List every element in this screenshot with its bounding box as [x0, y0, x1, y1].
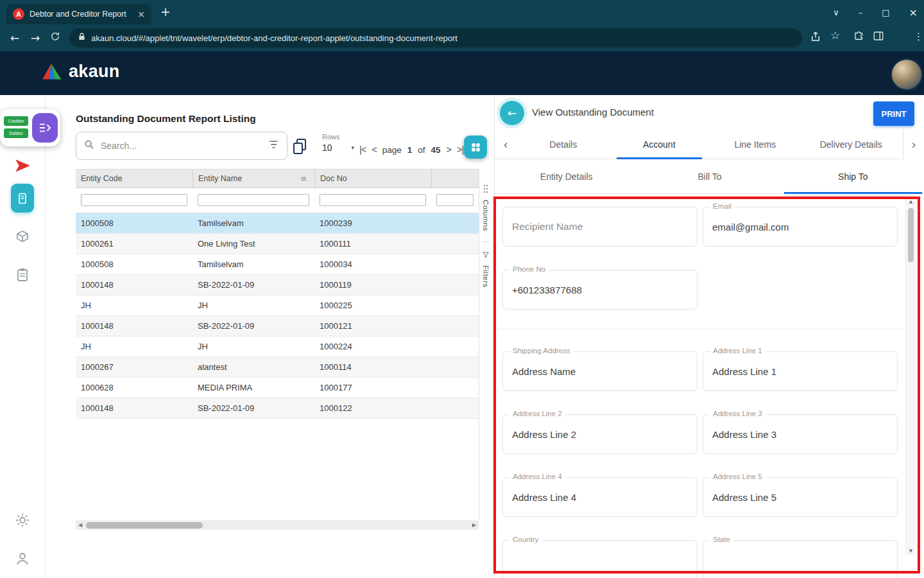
- table-row[interactable]: 1000148SB-2022-01-091000122: [76, 398, 479, 419]
- shipping-address-field[interactable]: Shipping Address Address Name: [502, 351, 697, 391]
- address-line-2-field[interactable]: Address Line 2 Address Line 2: [502, 414, 697, 454]
- print-button[interactable]: PRINT: [873, 101, 914, 126]
- applet-switcher-widget[interactable]: Creditor Debtor: [0, 109, 60, 146]
- side-panel-icon[interactable]: [873, 30, 884, 44]
- state-field[interactable]: State: [703, 540, 898, 578]
- creditor-mini-card[interactable]: Creditor: [4, 116, 28, 126]
- column-menu-icon[interactable]: ≡: [300, 174, 307, 183]
- email-field[interactable]: Email email@gmail.com: [703, 207, 898, 247]
- column-header-entity-code[interactable]: Entity Code: [76, 170, 193, 188]
- column-header-entity-name[interactable]: Entity Name ≡: [193, 170, 314, 188]
- window-maximize-button[interactable]: □: [882, 8, 889, 17]
- table-row[interactable]: 1000267alantest1000114: [76, 357, 479, 378]
- url-bar[interactable]: akaun.cloud/#/applet/tnt/wavelet/erp/deb…: [69, 28, 802, 48]
- reload-icon[interactable]: [50, 31, 60, 45]
- vertical-scrollbar[interactable]: ▲ ▼: [905, 198, 916, 555]
- tab-search-chevron-icon[interactable]: ∨: [833, 8, 839, 17]
- address-line-4-label: Address Line 4: [509, 473, 565, 480]
- table-row[interactable]: 1000628MEDIA PRIMA1000177: [76, 378, 479, 398]
- window-minimize-button[interactable]: –: [859, 8, 863, 17]
- column-header-extra[interactable]: [431, 170, 479, 188]
- entity-code-filter-input[interactable]: [81, 194, 187, 206]
- scroll-down-icon[interactable]: ▼: [906, 548, 916, 554]
- window-close-button[interactable]: ×: [909, 6, 918, 19]
- table-row[interactable]: 1000508Tamilselvam1000034: [76, 254, 479, 275]
- scroll-right-icon[interactable]: ▶: [472, 522, 476, 528]
- grid-view-button[interactable]: [464, 136, 487, 159]
- table-row[interactable]: 1000148SB-2022-01-091000121: [76, 316, 479, 337]
- back-icon[interactable]: ←: [10, 31, 19, 44]
- form-section-divider: [497, 329, 903, 329]
- address-line-5-field[interactable]: Address Line 5 Address Line 5: [703, 477, 898, 517]
- table-filter-row: [76, 188, 479, 213]
- recipient-name-placeholder: Recipient Name: [512, 221, 583, 232]
- tab-line-items[interactable]: Line Items: [707, 130, 803, 159]
- scroll-up-icon[interactable]: ▲: [906, 199, 916, 204]
- address-line-1-field[interactable]: Address Line 1 Address Line 1: [703, 351, 898, 391]
- subtab-ship-to[interactable]: Ship To: [782, 159, 924, 193]
- table-row[interactable]: 1000148SB-2022-01-091000119: [76, 275, 479, 295]
- sidebar-item-send[interactable]: [0, 157, 45, 174]
- tab-account[interactable]: Account: [612, 130, 708, 159]
- detail-panel: ← View Outstanding Document PRINT ‹ Deta…: [494, 95, 924, 578]
- country-field[interactable]: Country: [502, 540, 697, 578]
- subtab-entity-details[interactable]: Entity Details: [495, 159, 638, 193]
- column-header-doc-no[interactable]: Doc No: [314, 170, 431, 188]
- rows-per-page-select[interactable]: 10 ▾: [322, 143, 354, 153]
- table-row[interactable]: 1000261One Living Test1000111: [76, 234, 479, 254]
- table-cell: 1000148: [76, 321, 193, 331]
- funnel-icon[interactable]: [482, 250, 490, 261]
- sidebar-item-orders[interactable]: [0, 267, 45, 283]
- recipient-name-field[interactable]: Recipient Name: [502, 207, 697, 247]
- duplicate-pages-icon[interactable]: [292, 138, 307, 157]
- tab-details[interactable]: Details: [515, 130, 612, 159]
- table-row[interactable]: JHJH1000225: [76, 295, 479, 316]
- debtor-mini-card[interactable]: Debtor: [4, 128, 28, 138]
- side-tab-filters[interactable]: Filters: [482, 265, 490, 288]
- browser-menu-kebab-icon[interactable]: ⋮: [914, 31, 923, 42]
- address-line-4-field[interactable]: Address Line 4 Address Line 4: [502, 477, 697, 517]
- shipping-address-value: Address Name: [512, 366, 576, 377]
- email-label: Email: [710, 202, 735, 210]
- phone-field[interactable]: Phone No +601233877688: [502, 270, 697, 310]
- scroll-left-icon[interactable]: ◀: [78, 522, 82, 528]
- extra-filter-input[interactable]: [436, 194, 474, 206]
- sidebar-item-dispatch[interactable]: [0, 229, 45, 244]
- sidebar-item-documents-active[interactable]: [11, 184, 34, 213]
- search-input[interactable]: [99, 140, 263, 152]
- horizontal-scroll-thumb[interactable]: [86, 522, 203, 529]
- grip-dots-icon[interactable]: [483, 184, 488, 196]
- bookmark-star-icon[interactable]: ☆: [830, 29, 840, 42]
- first-page-button[interactable]: |<: [359, 144, 366, 155]
- user-avatar[interactable]: [891, 58, 923, 91]
- sidebar-settings[interactable]: [0, 512, 45, 528]
- doc-no-filter-input[interactable]: [320, 194, 426, 206]
- tab-close-icon[interactable]: ×: [137, 9, 145, 19]
- tabs-scroll-right-icon[interactable]: ›: [903, 130, 924, 159]
- back-button[interactable]: ←: [500, 101, 524, 125]
- table-cell: 1000224: [314, 342, 431, 351]
- sidebar-profile[interactable]: [0, 551, 45, 566]
- table-cell: SB-2022-01-09: [193, 280, 314, 290]
- address-line-3-field[interactable]: Address Line 3 Address Line 3: [703, 414, 898, 454]
- drawer-toggle-button[interactable]: [32, 113, 58, 143]
- horizontal-scrollbar[interactable]: ◀ ▶: [76, 520, 479, 530]
- browser-tab[interactable]: A Debtor and Creditor Report ×: [6, 4, 151, 24]
- new-tab-button[interactable]: +: [160, 4, 171, 19]
- address-line-2-value: Address Line 2: [512, 429, 576, 440]
- vertical-scroll-thumb[interactable]: [908, 208, 914, 262]
- side-tab-columns[interactable]: Columns: [482, 200, 490, 231]
- entity-name-filter-input[interactable]: [198, 194, 309, 206]
- last-page-button[interactable]: >|: [457, 144, 463, 155]
- tab-delivery-details[interactable]: Delivery Details: [803, 130, 900, 159]
- forward-icon[interactable]: →: [31, 31, 40, 44]
- akaun-logo[interactable]: akaun: [41, 61, 120, 82]
- subtab-bill-to[interactable]: Bill To: [638, 159, 781, 193]
- share-icon[interactable]: [810, 30, 821, 46]
- extensions-puzzle-icon[interactable]: [853, 30, 865, 44]
- filter-list-icon[interactable]: [268, 140, 279, 152]
- next-page-button[interactable]: >: [447, 144, 451, 155]
- table-row[interactable]: 1000508Tamilselvam1000239: [76, 213, 479, 234]
- table-row[interactable]: JHJH1000224: [76, 337, 479, 357]
- prev-page-button[interactable]: <: [372, 144, 376, 155]
